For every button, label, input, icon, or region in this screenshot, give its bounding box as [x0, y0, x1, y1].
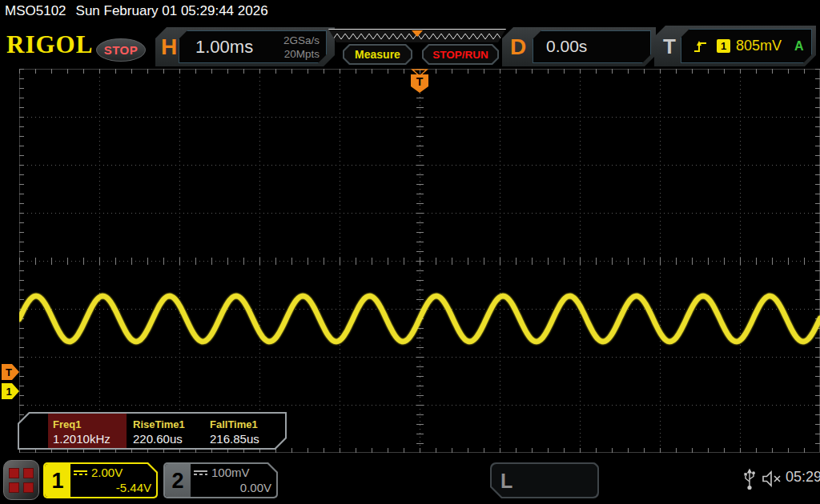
- channel1-waveform: [19, 69, 820, 453]
- titlebar: MSO5102Sun February 01 05:29:44 2026: [5, 3, 268, 19]
- stop-run-button-label: STOP/RUN: [424, 46, 497, 63]
- trigger-level-marker[interactable]: T: [2, 364, 19, 380]
- memory-position-bar[interactable]: [328, 29, 506, 42]
- horizontal-settings[interactable]: H 1.00ms 2GSa/s 20Mpts: [155, 27, 335, 66]
- rigol-logo: RIGOL: [6, 30, 93, 59]
- trigger-settings[interactable]: T 1 805mV A: [654, 26, 816, 66]
- trigger-position-label: T: [416, 75, 424, 88]
- memory-depth: 20Mpts: [283, 47, 320, 61]
- menu-grid-icon: [9, 468, 19, 478]
- status-clock: 05:29: [786, 469, 820, 486]
- stop-run-button[interactable]: STOP/RUN: [422, 44, 499, 65]
- dc-coupling-icon: [74, 470, 87, 475]
- logic-analyzer-label: L: [500, 470, 512, 493]
- trigger-box[interactable]: 1 805mV A: [681, 29, 812, 63]
- trigger-label: T: [663, 34, 676, 59]
- header: RIGOL STOP H 1.00ms 2GSa/s 20Mpts Measur…: [0, 22, 820, 69]
- datetime: Sun February 01 05:29:44 2026: [76, 3, 268, 18]
- waveform-display: T: [19, 69, 820, 453]
- delay-label: D: [510, 34, 526, 60]
- channel1-number: 1: [45, 464, 70, 497]
- channel1-scale: 2.00V: [91, 466, 123, 479]
- logic-analyzer-button[interactable]: L 0 1 2 3 4 5 6 7 8 9 10 11 12 13 14 15: [490, 462, 599, 498]
- horizontal-label: H: [161, 34, 177, 60]
- trigger-position-marker[interactable]: T: [408, 69, 431, 95]
- delay-value: 0.00s: [546, 37, 587, 56]
- trigger-mode: A: [794, 39, 804, 54]
- memory-cursor-icon[interactable]: [412, 30, 423, 37]
- run-state-badge: STOP: [96, 38, 146, 62]
- trigger-level-value: 805mV: [736, 38, 782, 54]
- delay-box[interactable]: 0.00s: [533, 30, 651, 63]
- trigger-source-badge: 1: [717, 39, 730, 53]
- menu-button[interactable]: [3, 460, 39, 500]
- model-name: MSO5102: [5, 3, 66, 18]
- timebase-box[interactable]: 1.00ms 2GSa/s 20Mpts: [179, 30, 327, 63]
- bottombar: 1 2.00V -5.44V 2 100mV 0.00V L: [0, 456, 820, 504]
- measurement-value: 1.2010kHz: [53, 432, 111, 446]
- measurement-label: RiseTime1: [133, 418, 185, 430]
- sample-rate: 2GSa/s: [283, 34, 320, 47]
- delay-settings[interactable]: D 0.00s: [502, 27, 656, 66]
- channel2-offset: 0.00V: [194, 481, 271, 494]
- digital-channel-list: 0 1 2 3 4 5 6 7 8 9 10 11 12 13 14 15: [522, 468, 612, 504]
- channel1-offset: -5.44V: [74, 481, 151, 494]
- channel2-button[interactable]: 2 100mV 0.00V: [163, 462, 278, 498]
- channel2-number: 2: [165, 464, 191, 497]
- measurement-label: Freq1: [53, 418, 81, 430]
- dc-coupling-icon: [194, 470, 207, 475]
- channel2-scale: 100mV: [211, 466, 250, 479]
- digital-row1: 0 1 2 3 4 5 6 7: [522, 494, 612, 504]
- measure-button[interactable]: Measure: [343, 44, 412, 65]
- measure-button-label: Measure: [344, 46, 411, 63]
- channel1-button[interactable]: 1 2.00V -5.44V: [43, 462, 158, 498]
- acquisition-info: 2GSa/s 20Mpts: [283, 34, 320, 61]
- channel1-offset-marker[interactable]: 1: [2, 383, 19, 399]
- usb-icon: [743, 468, 756, 490]
- channel1-offset-marker-label: 1: [6, 386, 11, 398]
- rising-edge-icon: [693, 38, 709, 54]
- measurement-value: 216.85us: [210, 432, 259, 446]
- measurement-value: 220.60us: [133, 432, 183, 446]
- trigger-level-marker-label: T: [6, 366, 12, 378]
- speaker-muted-icon[interactable]: [761, 470, 783, 489]
- measurement-label: FallTime1: [210, 418, 258, 430]
- timebase-value: 1.00ms: [195, 37, 253, 58]
- measurement-popup[interactable]: Freq1 1.2010kHz RiseTime1 220.60us FallT…: [18, 412, 287, 450]
